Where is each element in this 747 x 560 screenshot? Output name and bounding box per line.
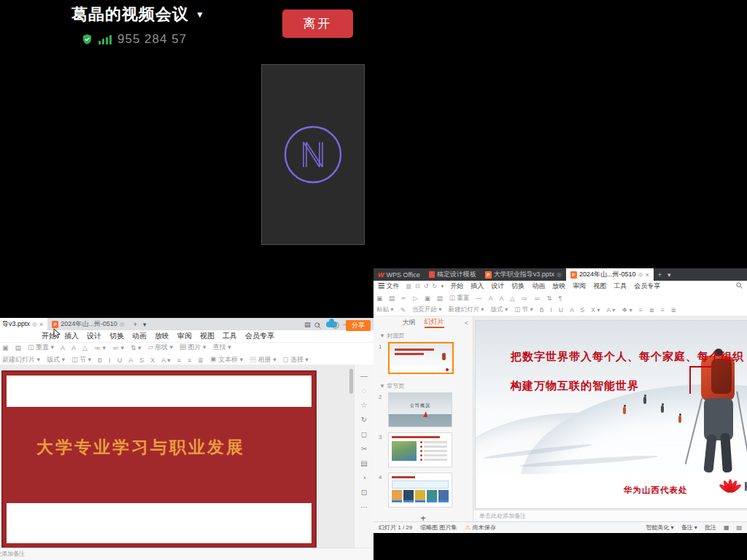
toolbar-item[interactable]: ▷ <box>413 295 418 302</box>
layout-grid-icon[interactable]: ▤ <box>304 321 311 328</box>
file-menu[interactable]: ☰ 文件 <box>378 281 400 291</box>
tab-outline[interactable]: 大纲 <box>403 318 416 327</box>
toolbar-item[interactable]: A <box>570 306 574 314</box>
toolbar-item[interactable]: 查找 ▾ <box>213 343 231 352</box>
side-panel-icon[interactable]: ⊡ <box>361 489 367 497</box>
ribbon-menu-item[interactable]: 工具 <box>222 331 237 341</box>
toolbar-item[interactable]: 当页开始 ▾ <box>412 306 442 314</box>
side-panel-icon[interactable]: ◌ <box>362 386 366 394</box>
pin-icon[interactable]: ◎ <box>120 321 125 327</box>
section-label-cover[interactable]: ▼ 封面页 <box>374 329 473 342</box>
new-tab-button[interactable]: + <box>654 268 666 281</box>
ribbon-menu-item[interactable]: 开始 <box>450 281 463 291</box>
toolbar-item[interactable]: ❖ ▾ <box>622 306 632 314</box>
quick-icon[interactable]: ↻ <box>432 283 437 289</box>
share-button[interactable]: 分享 <box>346 320 371 331</box>
pin-icon[interactable]: ◎ <box>557 271 562 278</box>
notes-toggle[interactable]: 备注 ▾ <box>681 524 697 532</box>
toolbar-item[interactable]: I <box>109 357 111 364</box>
toolbar-item[interactable]: ▣ <box>2 344 9 351</box>
close-tab-icon[interactable]: × <box>645 271 649 279</box>
doc-tab[interactable]: P 大学职业指导v3.pptx ◎ <box>481 268 566 281</box>
vertical-scrollbar[interactable] <box>349 369 353 394</box>
doc-tab[interactable]: 稿定设计模板 <box>425 268 481 281</box>
ribbon-menu-item[interactable]: 切换 <box>511 281 525 291</box>
toolbar-item[interactable]: ▤ <box>437 295 443 302</box>
slide-thumbnail-1-selected[interactable] <box>388 342 454 374</box>
ribbon-menu-item[interactable]: 审阅 <box>573 281 586 291</box>
section-label-chapter[interactable]: ▼ 章节页 <box>374 379 473 392</box>
toolbar-item[interactable]: U <box>117 357 123 364</box>
ribbon-menu-item[interactable]: 工具 <box>614 281 627 291</box>
ribbon-menu-item[interactable]: 审阅 <box>177 331 192 341</box>
slide-slogan-line-1[interactable]: 把数字世界带入每个人、每个家庭、每个组织 <box>511 350 744 364</box>
slide-thumbnail-3[interactable] <box>388 432 452 467</box>
toolbar-item[interactable]: ⇅ ▾ <box>131 344 142 351</box>
side-panel-icon[interactable]: ☆ <box>361 401 368 409</box>
toolbar-item[interactable]: ≣ <box>649 306 654 314</box>
collapse-panel-icon[interactable]: < <box>465 319 468 327</box>
toolbar-item[interactable]: S <box>139 357 144 364</box>
toolbar-item[interactable]: ▣ <box>425 295 430 302</box>
side-panel-icon[interactable]: ◔ <box>362 474 366 482</box>
side-panel-icon[interactable]: ⋯ <box>360 503 368 511</box>
doc-tab-active[interactable]: 导v3.pptx ◎ × <box>0 318 47 330</box>
toolbar-item[interactable]: — <box>476 295 482 302</box>
toolbar-item[interactable]: ◫ 节 ▾ <box>71 355 91 365</box>
toolbar-item[interactable]: ✂ <box>401 295 406 302</box>
toolbar-item[interactable]: ◫ 重置 ▾ <box>28 343 54 352</box>
toolbar-item[interactable]: ⇅ <box>547 295 552 302</box>
toolbar-item[interactable]: △ <box>510 295 515 302</box>
toolbar-item[interactable]: △ <box>82 344 88 351</box>
save-warning-label[interactable]: 尚未保存 <box>473 524 496 532</box>
toolbar-item[interactable]: ▣ 文本框 ▾ <box>210 355 244 365</box>
toolbar-item[interactable]: ≣ <box>198 357 204 364</box>
close-tab-icon[interactable]: × <box>39 321 43 328</box>
slide-footer-text[interactable]: 华为山西代表处 <box>624 485 688 496</box>
toolbar-item[interactable]: ▤ 相册 ▾ <box>249 355 276 365</box>
toolbar-item[interactable]: U <box>559 306 563 314</box>
collab-avatar-icon[interactable]: ☺ <box>330 319 341 332</box>
toolbar-item[interactable]: ≕ ▾ <box>112 344 124 351</box>
view-sorter-icon[interactable]: ▤ <box>736 524 742 531</box>
toolbar-item[interactable]: ◫ 节 ▾ <box>514 306 533 314</box>
toolbar-item[interactable]: A <box>61 344 65 351</box>
tab-list-dropdown-icon[interactable]: ▾ <box>666 268 673 281</box>
slide-thumbnail-4[interactable] <box>388 472 452 508</box>
slide-editor-surface[interactable]: 把数字世界带入每个人、每个家庭、每个组织 构建万物互联的智能世界 华为山西代表处… <box>476 321 747 508</box>
pin-icon[interactable]: ◎ <box>32 321 37 327</box>
tab-slides[interactable]: 幻灯片 <box>425 317 444 328</box>
toolbar-item[interactable]: ▤ <box>15 344 22 351</box>
toolbar-item[interactable]: ≡ <box>639 306 643 314</box>
ribbon-menu-item[interactable]: 视图 <box>200 331 214 341</box>
tab-list-dropdown-icon[interactable]: ▾ <box>142 318 148 330</box>
toolbar-item[interactable]: A <box>71 344 76 351</box>
view-mode-label[interactable]: 缩略图 图片集 <box>420 524 457 532</box>
home-tab[interactable]: W WPS Office <box>374 268 425 281</box>
toolbar-item[interactable]: I <box>550 306 551 314</box>
toolbar-item[interactable]: B <box>98 357 102 364</box>
slide-title-text[interactable]: 大学专业学习与职业发展 <box>36 436 245 459</box>
slide-slogan-line-2[interactable]: 构建万物互联的智能世界 <box>511 379 639 393</box>
leave-meeting-button[interactable]: 离开 <box>282 9 353 38</box>
toolbar-item[interactable]: ▱ 形状 ▾ <box>148 343 173 352</box>
search-icon[interactable] <box>736 282 743 290</box>
side-panel-icon[interactable]: ✂ <box>361 445 367 453</box>
ribbon-menu-item[interactable]: 切换 <box>109 331 124 341</box>
slide-editor-surface[interactable]: 大学专业学习与职业发展 <box>1 370 317 548</box>
toolbar-item[interactable]: A <box>489 295 493 302</box>
notes-bar[interactable]: 单击此处添加备注 <box>0 548 374 560</box>
ribbon-menu-item[interactable]: 插入 <box>64 331 79 341</box>
participant-video-tile[interactable] <box>261 64 365 245</box>
toolbar-item[interactable]: ✎ <box>400 306 406 314</box>
ribbon-menu-item[interactable]: 插入 <box>471 281 484 291</box>
toolbar-item[interactable]: 粘贴 ▾ <box>376 306 394 314</box>
toolbar-item[interactable]: ▤ <box>389 295 395 302</box>
toolbar-item[interactable]: ◻ 选择 ▾ <box>283 355 309 365</box>
search-icon[interactable] <box>314 319 321 332</box>
toolbar-item[interactable]: ≔ <box>522 295 528 302</box>
toolbar-item[interactable]: A <box>499 295 503 302</box>
side-panel-icon[interactable]: ↻ <box>361 416 367 424</box>
quick-icon[interactable]: ▾ <box>441 283 444 289</box>
comments-toggle[interactable]: 批注 <box>705 524 716 532</box>
